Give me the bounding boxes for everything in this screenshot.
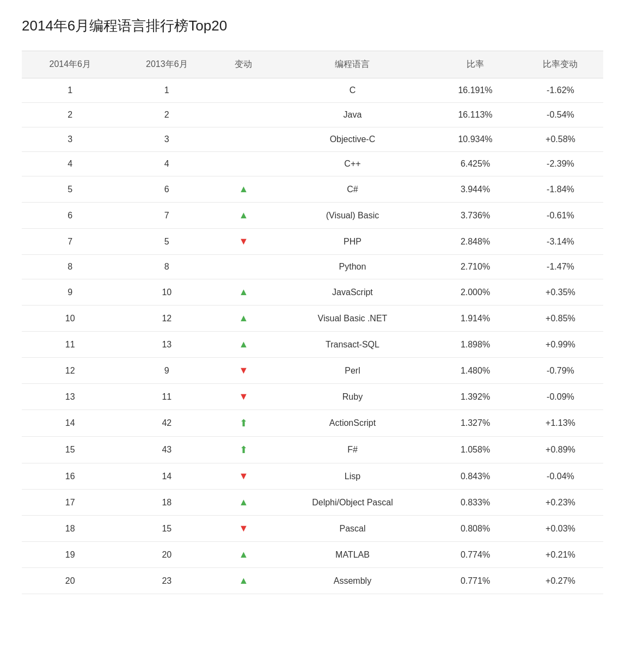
language-name: Lisp [272, 463, 433, 490]
rate-delta: +0.85% [518, 306, 603, 332]
rate-value: 3.944% [433, 176, 518, 203]
rate-delta: +0.23% [518, 490, 603, 516]
table-row: 56▲C#3.944%-1.84% [22, 176, 603, 203]
rate-delta: +0.27% [518, 568, 603, 594]
language-name: C# [272, 176, 433, 203]
language-name: Perl [272, 358, 433, 384]
table-row: 1614▼Lisp0.843%-0.04% [22, 463, 603, 490]
rank-2014: 4 [22, 152, 119, 176]
language-name: C++ [272, 152, 433, 176]
language-name: Objective-C [272, 127, 433, 152]
rank-2013: 18 [119, 490, 216, 516]
rank-2013: 13 [119, 332, 216, 358]
rank-2014: 2 [22, 103, 119, 127]
rate-value: 0.774% [433, 542, 518, 568]
rank-2013: 15 [119, 516, 216, 542]
rank-2013: 5 [119, 229, 216, 255]
change-arrow [215, 103, 272, 127]
rank-2013: 4 [119, 152, 216, 176]
rate-value: 1.898% [433, 332, 518, 358]
arrow-up-icon: ▲ [239, 286, 249, 297]
table-row: 1012▲Visual Basic .NET1.914%+0.85% [22, 306, 603, 332]
change-arrow [215, 78, 272, 103]
table-row: 1442⬆ActionScript1.327%+1.13% [22, 410, 603, 437]
rate-delta: -0.61% [518, 203, 603, 229]
change-arrow: ▲ [215, 176, 272, 203]
rate-delta: +0.58% [518, 127, 603, 152]
table-row: 1311▼Ruby1.392%-0.09% [22, 384, 603, 410]
rank-2013: 14 [119, 463, 216, 490]
rank-2014: 16 [22, 463, 119, 490]
rank-2013: 42 [119, 410, 216, 437]
arrow-down-icon: ▼ [239, 391, 249, 402]
language-name: Java [272, 103, 433, 127]
rate-value: 2.848% [433, 229, 518, 255]
rate-value: 0.833% [433, 490, 518, 516]
arrow-up-icon: ▲ [239, 497, 249, 508]
rate-delta: +0.21% [518, 542, 603, 568]
rank-2013: 12 [119, 306, 216, 332]
table-row: 75▼PHP2.848%-3.14% [22, 229, 603, 255]
rate-delta: -1.47% [518, 255, 603, 279]
rank-2014: 3 [22, 127, 119, 152]
rate-delta: +1.13% [518, 410, 603, 437]
table-header-row: 2014年6月 2013年6月 变动 编程语言 比率 比率变动 [22, 51, 603, 78]
change-arrow: ▲ [215, 490, 272, 516]
rank-2013: 20 [119, 542, 216, 568]
change-arrow [215, 152, 272, 176]
rank-2014: 15 [22, 437, 119, 463]
rank-2014: 1 [22, 78, 119, 103]
rate-delta: -0.04% [518, 463, 603, 490]
rank-2014: 14 [22, 410, 119, 437]
language-name: C [272, 78, 433, 103]
rank-2014: 20 [22, 568, 119, 594]
change-arrow: ▼ [215, 229, 272, 255]
change-arrow [215, 127, 272, 152]
rank-2014: 12 [22, 358, 119, 384]
rate-delta: -0.54% [518, 103, 603, 127]
change-arrow: ▲ [215, 568, 272, 594]
rate-delta: -1.84% [518, 176, 603, 203]
arrow-down-icon: ▼ [239, 365, 249, 376]
rate-value: 10.934% [433, 127, 518, 152]
rate-delta: +0.03% [518, 516, 603, 542]
rank-2014: 10 [22, 306, 119, 332]
rate-value: 2.710% [433, 255, 518, 279]
rank-2014: 7 [22, 229, 119, 255]
header-col4: 编程语言 [272, 51, 433, 78]
arrow-up-double-icon: ⬆ [240, 444, 248, 455]
rank-2013: 2 [119, 103, 216, 127]
language-name: Pascal [272, 516, 433, 542]
language-name: Delphi/Object Pascal [272, 490, 433, 516]
rank-2013: 3 [119, 127, 216, 152]
header-col2: 2013年6月 [119, 51, 216, 78]
rate-value: 6.425% [433, 152, 518, 176]
arrow-up-icon: ▲ [239, 184, 249, 194]
rank-2013: 10 [119, 279, 216, 306]
rank-2014: 6 [22, 203, 119, 229]
rank-2013: 43 [119, 437, 216, 463]
table-row: 1920▲MATLAB0.774%+0.21% [22, 542, 603, 568]
rate-delta: -2.39% [518, 152, 603, 176]
table-row: 11C16.191%-1.62% [22, 78, 603, 103]
rate-value: 1.327% [433, 410, 518, 437]
table-row: 88Python2.710%-1.47% [22, 255, 603, 279]
table-row: 22Java16.113%-0.54% [22, 103, 603, 127]
ranking-table: 2014年6月 2013年6月 变动 编程语言 比率 比率变动 11C16.19… [22, 51, 603, 594]
change-arrow: ▲ [215, 332, 272, 358]
arrow-up-icon: ▲ [239, 339, 249, 350]
rate-value: 1.914% [433, 306, 518, 332]
rate-delta: +0.35% [518, 279, 603, 306]
rate-value: 0.808% [433, 516, 518, 542]
rate-value: 1.058% [433, 437, 518, 463]
rate-delta: -3.14% [518, 229, 603, 255]
rank-2013: 11 [119, 384, 216, 410]
change-arrow: ⬆ [215, 437, 272, 463]
table-row: 129▼Perl1.480%-0.79% [22, 358, 603, 384]
table-row: 33Objective-C10.934%+0.58% [22, 127, 603, 152]
rank-2014: 11 [22, 332, 119, 358]
table-row: 67▲(Visual) Basic3.736%-0.61% [22, 203, 603, 229]
table-row: 1543⬆F#1.058%+0.89% [22, 437, 603, 463]
page-title: 2014年6月编程语言排行榜Top20 [22, 16, 603, 35]
rate-delta: +0.99% [518, 332, 603, 358]
